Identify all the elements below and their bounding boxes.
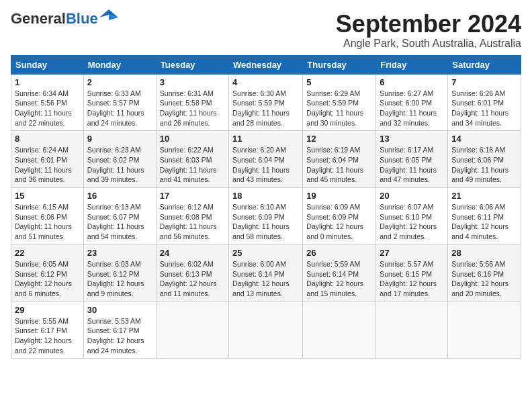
calendar-cell: 14Sunrise: 6:16 AMSunset: 6:06 PMDayligh… [448, 131, 521, 188]
day-number: 17 [160, 191, 225, 201]
day-number: 13 [380, 134, 444, 144]
day-number: 6 [380, 77, 444, 87]
day-info: Sunrise: 6:03 AMSunset: 6:12 PMDaylight:… [87, 260, 144, 298]
col-saturday: Saturday [448, 55, 521, 74]
day-number: 8 [15, 134, 80, 144]
calendar-cell: 1Sunrise: 6:34 AMSunset: 5:56 PMDaylight… [11, 74, 84, 131]
day-info: Sunrise: 6:09 AMSunset: 6:09 PMDaylight:… [306, 203, 363, 240]
header: GeneralBlue September 2024 Angle Park, S… [11, 11, 521, 50]
calendar-cell [229, 302, 303, 359]
calendar-cell: 19Sunrise: 6:09 AMSunset: 6:09 PMDayligh… [303, 188, 376, 245]
day-number: 16 [87, 191, 152, 201]
calendar-cell: 21Sunrise: 6:06 AMSunset: 6:11 PMDayligh… [448, 188, 521, 245]
calendar-cell: 6Sunrise: 6:27 AMSunset: 6:00 PMDaylight… [376, 74, 448, 131]
calendar-cell: 8Sunrise: 6:24 AMSunset: 6:01 PMDaylight… [11, 131, 84, 188]
calendar-cell: 25Sunrise: 6:00 AMSunset: 6:14 PMDayligh… [229, 244, 303, 302]
day-info: Sunrise: 6:00 AMSunset: 6:14 PMDaylight:… [232, 260, 290, 298]
day-number: 9 [87, 134, 152, 144]
calendar-cell: 30Sunrise: 5:53 AMSunset: 6:17 PMDayligh… [83, 302, 156, 359]
day-info: Sunrise: 6:06 AMSunset: 6:11 PMDaylight:… [451, 203, 508, 240]
day-number: 20 [380, 191, 444, 201]
table-row: 8Sunrise: 6:24 AMSunset: 6:01 PMDaylight… [11, 131, 521, 188]
day-number: 1 [15, 77, 80, 87]
day-info: Sunrise: 6:29 AMSunset: 5:59 PMDaylight:… [306, 89, 363, 127]
calendar-cell: 5Sunrise: 6:29 AMSunset: 5:59 PMDaylight… [303, 74, 376, 131]
day-info: Sunrise: 6:23 AMSunset: 6:02 PMDaylight:… [87, 146, 144, 183]
calendar-cell: 4Sunrise: 6:30 AMSunset: 5:59 PMDaylight… [229, 74, 303, 131]
day-info: Sunrise: 6:33 AMSunset: 5:57 PMDaylight:… [87, 89, 144, 127]
day-number: 7 [451, 77, 517, 87]
day-number: 2 [87, 77, 152, 87]
logo: GeneralBlue [11, 11, 118, 27]
logo-bird-icon [99, 8, 118, 27]
calendar-cell: 22Sunrise: 6:05 AMSunset: 6:12 PMDayligh… [11, 244, 84, 302]
col-wednesday: Wednesday [229, 55, 303, 74]
day-number: 10 [160, 134, 225, 144]
day-number: 11 [232, 134, 299, 144]
calendar-cell [376, 302, 448, 359]
col-thursday: Thursday [303, 55, 376, 74]
col-sunday: Sunday [11, 55, 84, 74]
calendar-cell: 13Sunrise: 6:17 AMSunset: 6:05 PMDayligh… [376, 131, 448, 188]
day-info: Sunrise: 5:55 AMSunset: 6:17 PMDaylight:… [15, 317, 72, 355]
day-number: 18 [232, 191, 299, 201]
day-info: Sunrise: 6:31 AMSunset: 5:58 PMDaylight:… [160, 89, 217, 127]
table-row: 29Sunrise: 5:55 AMSunset: 6:17 PMDayligh… [11, 302, 521, 359]
header-row: Sunday Monday Tuesday Wednesday Thursday… [11, 55, 521, 74]
location-title: Angle Park, South Australia, Australia [336, 38, 521, 50]
day-info: Sunrise: 6:12 AMSunset: 6:08 PMDaylight:… [160, 203, 217, 240]
month-title: September 2024 [336, 11, 521, 38]
calendar-cell: 12Sunrise: 6:19 AMSunset: 6:04 PMDayligh… [303, 131, 376, 188]
calendar-cell: 15Sunrise: 6:15 AMSunset: 6:06 PMDayligh… [11, 188, 84, 245]
day-info: Sunrise: 6:27 AMSunset: 6:00 PMDaylight:… [380, 89, 437, 127]
logo-general: General [11, 10, 66, 27]
calendar-cell [448, 302, 521, 359]
day-info: Sunrise: 6:26 AMSunset: 6:01 PMDaylight:… [451, 89, 508, 127]
calendar-cell: 16Sunrise: 6:13 AMSunset: 6:07 PMDayligh… [83, 188, 156, 245]
title-area: September 2024 Angle Park, South Austral… [336, 11, 521, 50]
calendar-table: Sunday Monday Tuesday Wednesday Thursday… [11, 55, 521, 359]
day-number: 5 [306, 77, 372, 87]
calendar-cell: 18Sunrise: 6:10 AMSunset: 6:09 PMDayligh… [229, 188, 303, 245]
logo-blue: Blue [66, 10, 98, 27]
day-info: Sunrise: 6:24 AMSunset: 6:01 PMDaylight:… [15, 146, 72, 183]
table-row: 1Sunrise: 6:34 AMSunset: 5:56 PMDaylight… [11, 74, 521, 131]
day-number: 25 [232, 248, 299, 258]
day-info: Sunrise: 6:22 AMSunset: 6:03 PMDaylight:… [160, 146, 217, 183]
day-number: 29 [15, 305, 80, 315]
day-info: Sunrise: 5:59 AMSunset: 6:14 PMDaylight:… [306, 260, 363, 298]
day-info: Sunrise: 6:17 AMSunset: 6:05 PMDaylight:… [380, 146, 437, 183]
day-info: Sunrise: 6:19 AMSunset: 6:04 PMDaylight:… [306, 146, 363, 183]
day-info: Sunrise: 6:05 AMSunset: 6:12 PMDaylight:… [15, 260, 72, 298]
day-number: 4 [232, 77, 299, 87]
calendar-cell [303, 302, 376, 359]
table-row: 22Sunrise: 6:05 AMSunset: 6:12 PMDayligh… [11, 244, 521, 302]
day-info: Sunrise: 6:07 AMSunset: 6:10 PMDaylight:… [380, 203, 437, 240]
col-monday: Monday [83, 55, 156, 74]
day-number: 23 [87, 248, 152, 258]
calendar-cell: 7Sunrise: 6:26 AMSunset: 6:01 PMDaylight… [448, 74, 521, 131]
day-number: 30 [87, 305, 152, 315]
calendar-cell: 24Sunrise: 6:02 AMSunset: 6:13 PMDayligh… [156, 244, 228, 302]
day-number: 27 [380, 248, 444, 258]
calendar-cell: 20Sunrise: 6:07 AMSunset: 6:10 PMDayligh… [376, 188, 448, 245]
calendar-cell: 28Sunrise: 5:56 AMSunset: 6:16 PMDayligh… [448, 244, 521, 302]
calendar-cell [156, 302, 228, 359]
table-row: 15Sunrise: 6:15 AMSunset: 6:06 PMDayligh… [11, 188, 521, 245]
day-info: Sunrise: 6:20 AMSunset: 6:04 PMDaylight:… [232, 146, 290, 183]
day-number: 22 [15, 248, 80, 258]
day-number: 15 [15, 191, 80, 201]
day-number: 26 [306, 248, 372, 258]
day-info: Sunrise: 6:13 AMSunset: 6:07 PMDaylight:… [87, 203, 144, 240]
day-number: 3 [160, 77, 225, 87]
calendar-cell: 10Sunrise: 6:22 AMSunset: 6:03 PMDayligh… [156, 131, 228, 188]
day-info: Sunrise: 5:53 AMSunset: 6:17 PMDaylight:… [87, 317, 144, 355]
day-info: Sunrise: 5:56 AMSunset: 6:16 PMDaylight:… [451, 260, 508, 298]
day-number: 21 [451, 191, 517, 201]
calendar-cell: 23Sunrise: 6:03 AMSunset: 6:12 PMDayligh… [83, 244, 156, 302]
day-info: Sunrise: 6:10 AMSunset: 6:09 PMDaylight:… [232, 203, 290, 240]
calendar-cell: 3Sunrise: 6:31 AMSunset: 5:58 PMDaylight… [156, 74, 228, 131]
day-info: Sunrise: 6:15 AMSunset: 6:06 PMDaylight:… [15, 203, 72, 240]
day-number: 14 [451, 134, 517, 144]
logo-text: GeneralBlue [11, 11, 98, 26]
